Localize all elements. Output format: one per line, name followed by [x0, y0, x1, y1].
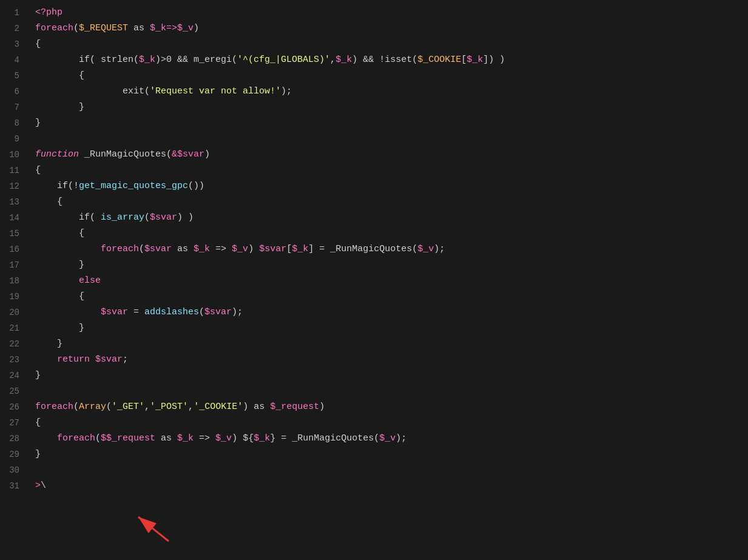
line-number: 18 — [5, 273, 19, 289]
code-line: foreach($_REQUEST as $_k=>$_v) — [35, 21, 748, 36]
token-plain: ( — [144, 212, 150, 223]
token-builtin: addslashes — [144, 307, 199, 317]
token-plain: { — [35, 70, 84, 81]
token-plain: ]) ) — [483, 55, 505, 65]
token-builtin: is_array — [101, 212, 144, 223]
line-number: 20 — [5, 305, 19, 320]
token-plain: ); — [281, 86, 292, 96]
svg-line-1 — [138, 517, 169, 541]
token-plain: { — [35, 39, 41, 49]
token-variable: $svar — [95, 354, 123, 365]
annotation-arrow — [132, 511, 181, 547]
code-line — [35, 462, 748, 478]
line-number: 19 — [5, 289, 19, 305]
token-keyword: foreach — [35, 23, 73, 33]
token-plain — [90, 354, 95, 365]
code-line: if( is_array($svar) ) — [35, 210, 748, 226]
code-line: foreach($$_request as $_k => $_v) ${$_k}… — [35, 431, 748, 447]
token-plain: ); — [232, 307, 243, 317]
line-number: 11 — [5, 163, 19, 178]
token-plain: ) as — [243, 402, 270, 412]
line-number: 27 — [5, 415, 19, 431]
line-number: 13 — [5, 194, 19, 210]
line-number: 22 — [5, 336, 19, 352]
line-numbers: 1234567891011121314151617181920212223242… — [0, 5, 25, 555]
token-plain: ) — [232, 433, 243, 444]
token-plain: } — [35, 118, 41, 128]
line-number: 17 — [5, 257, 19, 273]
token-plain: } — [35, 449, 41, 459]
code-line: { — [35, 415, 748, 431]
code-line: { — [35, 36, 748, 52]
token-variable: $_k — [254, 433, 270, 444]
token-plain: ); — [396, 433, 406, 444]
token-plain: \ — [41, 481, 46, 491]
line-number: 15 — [5, 226, 19, 241]
token-plain: )>0 && m_eregi( — [155, 55, 237, 65]
line-number: 1 — [5, 5, 19, 21]
token-plain: ) — [204, 149, 210, 160]
line-number: 28 — [5, 431, 19, 447]
code-line: $svar = addslashes($svar); — [35, 305, 748, 320]
token-plain: ( — [139, 244, 144, 254]
line-number: 16 — [5, 241, 19, 257]
line-number: 26 — [5, 399, 19, 415]
token-variable: $svar — [259, 244, 286, 254]
token-plain: ] = _RunMagicQuotes( — [308, 244, 417, 254]
token-variable: $_k — [150, 23, 166, 33]
token-plain: } — [35, 260, 84, 270]
token-string: '_COOKIE' — [194, 402, 243, 412]
token-plain: , — [330, 55, 335, 65]
token-plain: if — [35, 181, 68, 191]
code-line: { — [35, 194, 748, 210]
token-plain: = — [128, 307, 144, 317]
line-number: 14 — [5, 210, 19, 226]
token-string: '^(cfg_|GLOBALS)' — [237, 55, 330, 65]
token-variable: $_k — [194, 244, 210, 254]
token-keyword: foreach — [35, 402, 73, 412]
line-number: 30 — [5, 462, 19, 478]
token-plain: => — [194, 433, 215, 444]
line-number: 7 — [5, 100, 19, 115]
token-php-tag: <?php — [35, 7, 62, 18]
token-plain: { — [35, 417, 41, 428]
line-number: 9 — [5, 131, 19, 147]
token-plain: , — [144, 402, 150, 412]
token-plain: ); — [434, 244, 445, 254]
token-string: '_POST' — [150, 402, 188, 412]
token-plain: ( — [95, 433, 101, 444]
token-plain: if — [35, 55, 90, 65]
code-line: return $svar; — [35, 352, 748, 368]
token-plain: as — [155, 433, 177, 444]
token-plain: } — [35, 102, 84, 112]
code-line — [35, 131, 748, 147]
token-plain: ${ — [243, 433, 254, 444]
token-variable: $$_request — [101, 433, 155, 444]
token-plain: ) — [319, 402, 325, 412]
token-variable: $_k — [177, 433, 194, 444]
token-variable-special: $_COOKIE — [417, 55, 461, 65]
token-plain — [35, 307, 101, 317]
code-line: } — [35, 336, 748, 352]
token-plain: ) — [248, 244, 259, 254]
token-plain: if — [35, 212, 90, 223]
code-line: else — [35, 273, 748, 289]
token-variable: $svar — [144, 244, 172, 254]
token-string: '_GET' — [112, 402, 144, 412]
token-plain: { — [35, 165, 41, 175]
token-plain: { — [35, 291, 84, 302]
token-keyword: return — [35, 354, 90, 365]
code-line: <?php — [35, 5, 748, 21]
token-plain: } — [35, 339, 62, 349]
line-number: 2 — [5, 21, 19, 36]
code-line: function _RunMagicQuotes(&$svar) — [35, 147, 748, 163]
token-variable: $_k — [139, 55, 155, 65]
token-php-tag: > — [35, 481, 41, 491]
token-variable: $svar — [101, 307, 128, 317]
token-plain: ; — [123, 354, 128, 365]
token-operator: => — [166, 23, 177, 33]
line-number: 5 — [5, 68, 19, 84]
token-string: 'Request var not allow!' — [150, 86, 281, 96]
code-content: <?phpforeach($_REQUEST as $_k=>$_v){ if(… — [25, 5, 748, 555]
code-line: } — [35, 257, 748, 273]
